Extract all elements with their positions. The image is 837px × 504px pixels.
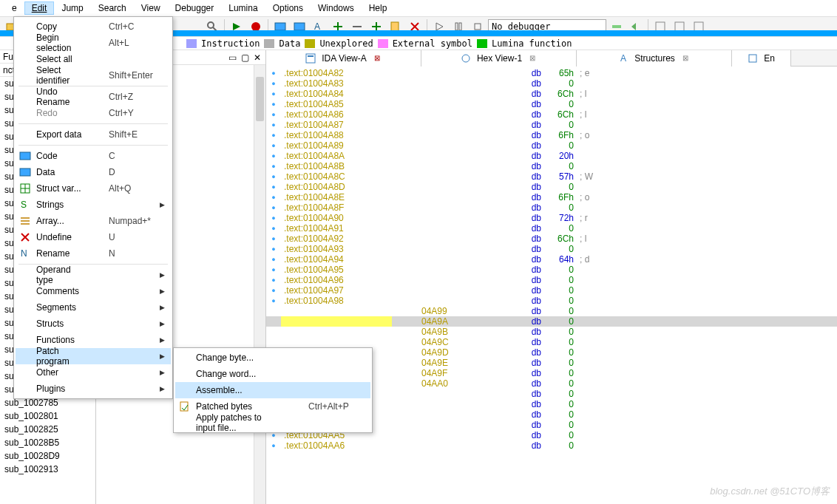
menu-label: Strings xyxy=(36,200,104,210)
disasm-row[interactable]: ●.text:01004A89db0 xyxy=(266,140,837,151)
menu-help[interactable]: Help xyxy=(362,1,395,15)
disasm-row[interactable]: ●.text:01004A87db0 xyxy=(266,120,837,130)
value: 0 xyxy=(547,140,577,151)
menu-item[interactable]: CodeC xyxy=(16,148,171,164)
menu-search[interactable]: Search xyxy=(91,1,134,15)
disasm-row[interactable]: ●.text:01004A93db0 xyxy=(266,244,837,254)
menu-edit[interactable]: Edit xyxy=(24,1,55,15)
menu-item[interactable]: Begin selectionAlt+L xyxy=(16,35,171,51)
disasm-row[interactable]: ●.text:01004A84db6Ch; l xyxy=(266,89,837,99)
menu-item[interactable]: Comments▶ xyxy=(16,283,171,299)
tab-structures[interactable]: A Structures ⊠ xyxy=(577,50,732,67)
menu-options[interactable]: Options xyxy=(265,1,311,15)
function-item[interactable]: sub_1002825 xyxy=(0,423,95,436)
value: 0 xyxy=(547,182,577,192)
menu-item[interactable]: Export dataShift+E xyxy=(16,126,171,143)
value: 72h xyxy=(547,213,577,223)
menu-item[interactable]: Select identifierShift+Enter xyxy=(16,67,171,84)
disasm-row[interactable]: ●.text:01004A88db6Fh; o xyxy=(266,130,837,140)
tab-hex-view[interactable]: Hex View-1 ⊠ xyxy=(421,50,577,67)
menu-item[interactable]: UndefineU xyxy=(16,229,171,245)
menu-label: Structs xyxy=(36,319,104,329)
disasm-row[interactable]: ●.text:01004A8Fdb0 xyxy=(266,202,837,213)
panel-min-icon[interactable]: ▭ xyxy=(228,52,237,63)
menu-item[interactable]: NRenameN xyxy=(16,245,171,262)
value: 57h xyxy=(547,171,577,182)
menu-item[interactable]: Assemble... xyxy=(175,382,370,398)
menu-item[interactable]: Change byte... xyxy=(175,350,370,366)
scrollbar[interactable] xyxy=(254,65,265,504)
ida-view-icon xyxy=(305,53,316,64)
menu-debugger[interactable]: Debugger xyxy=(168,1,222,15)
disasm-row[interactable]: ●.text:01004A82db65h; e xyxy=(266,68,837,78)
menu-item[interactable]: Apply patches to input file... xyxy=(175,415,370,431)
menu-item[interactable]: Change word... xyxy=(175,366,370,382)
disasm-row[interactable]: ●.text:01004A8Bdb0 xyxy=(266,161,837,171)
tab-ida-view[interactable]: IDA View-A ⊠ xyxy=(266,50,421,67)
function-item[interactable]: sub_1002801 xyxy=(0,409,95,423)
panel-close-icon[interactable]: ✕ xyxy=(254,52,261,63)
disasm-row[interactable]: 04A9Bdb0 xyxy=(266,327,837,337)
disasm-row[interactable]: ●.text:01004A8Cdb57h; W xyxy=(266,171,837,182)
disasm-row[interactable]: ●.text:01004A8Edb6Fh; o xyxy=(266,192,837,202)
menu-item[interactable]: Array...Numpad+* xyxy=(16,213,171,229)
menu-item[interactable]: Undo RenameCtrl+Z xyxy=(16,89,171,105)
disasm-row[interactable]: 04A9Adb0 xyxy=(266,316,837,327)
menu-item[interactable]: Other▶ xyxy=(16,364,171,381)
disasm-row[interactable]: ●.text:01004A8Adb20h xyxy=(266,151,837,161)
function-item[interactable]: sub_10028B5 xyxy=(0,436,95,449)
disasm-row[interactable]: 04A9Cdb0 xyxy=(266,337,837,347)
close-icon[interactable]: ⊠ xyxy=(528,54,537,63)
menu-item[interactable]: Operand type▶ xyxy=(16,267,171,283)
function-item[interactable]: sub_10028D9 xyxy=(0,449,95,463)
row-marker-icon: ● xyxy=(266,225,281,232)
disasm-row[interactable]: ●.text:01004A96db0 xyxy=(266,275,837,285)
row-marker-icon: ● xyxy=(266,80,281,87)
menu-jump[interactable]: Jump xyxy=(54,1,90,15)
svg-rect-18 xyxy=(306,54,315,63)
menu-item[interactable]: Struct var...Alt+Q xyxy=(16,180,171,197)
disasm-row[interactable]: ●.text:01004A83db0 xyxy=(266,78,837,89)
disasm-row[interactable]: ●.text:01004A95db0 xyxy=(266,265,837,275)
disasm-row[interactable]: ●.text:01004A94db64h; d xyxy=(266,254,837,265)
menu-item[interactable]: DataD xyxy=(16,164,171,180)
struct-icon xyxy=(18,182,32,195)
close-icon[interactable]: ⊠ xyxy=(373,54,382,63)
value: 0 xyxy=(547,409,577,420)
legend-swatch-instruction xyxy=(186,39,197,48)
function-item[interactable]: sub_1002913 xyxy=(0,463,95,476)
menu-item[interactable]: SStrings▶ xyxy=(16,197,171,213)
legend-swatch-data xyxy=(264,39,274,48)
svg-point-2 xyxy=(208,22,214,28)
opcode: db xyxy=(392,202,547,213)
disasm-row[interactable]: ●.text:01004A85db0 xyxy=(266,99,837,109)
disasm-row[interactable]: ●.text:01004A92db6Ch; l xyxy=(266,234,837,244)
disasm-row[interactable]: ●.text:01004A90db72h; r xyxy=(266,213,837,223)
disasm-row[interactable]: ●.text:01004A91db0 xyxy=(266,223,837,234)
blank-icon xyxy=(18,382,32,395)
menu-item[interactable]: Plugins▶ xyxy=(16,381,171,397)
tab-label: Hex View-1 xyxy=(477,53,522,64)
menu-item[interactable]: Patch program▶ xyxy=(16,348,171,364)
menu-windows[interactable]: Windows xyxy=(311,1,362,15)
opcode: db xyxy=(392,213,547,223)
disasm-row[interactable]: ●.text:01004AA6db0 xyxy=(266,440,837,451)
tab-enums[interactable]: En xyxy=(732,50,791,67)
disassembly-view[interactable]: ●.text:01004A82db65h; e●.text:01004A83db… xyxy=(266,67,837,504)
menu-view[interactable]: View xyxy=(134,1,168,15)
menu-item[interactable]: Structs▶ xyxy=(16,316,171,332)
menu-lumina[interactable]: Lumina xyxy=(221,1,265,15)
disasm-row[interactable]: ●.text:01004A97db0 xyxy=(266,285,837,296)
opcode: db xyxy=(392,285,547,296)
disasm-row[interactable]: 04A99db0 xyxy=(266,306,837,316)
menu-le[interactable]: e xyxy=(4,1,24,15)
panel-max-icon[interactable]: ▢ xyxy=(241,52,249,63)
disasm-row[interactable]: ●.text:01004A98db0 xyxy=(266,296,837,306)
submenu-arrow-icon: ▶ xyxy=(157,336,165,344)
close-icon[interactable]: ⊠ xyxy=(681,54,690,63)
disasm-row[interactable]: ●.text:01004A86db6Ch; l xyxy=(266,109,837,120)
disasm-row[interactable]: ●.text:01004A8Ddb0 xyxy=(266,182,837,192)
value: 6Fh xyxy=(547,130,577,140)
menu-item[interactable]: Segments▶ xyxy=(16,299,171,316)
submenu-arrow-icon: ▶ xyxy=(157,304,165,311)
